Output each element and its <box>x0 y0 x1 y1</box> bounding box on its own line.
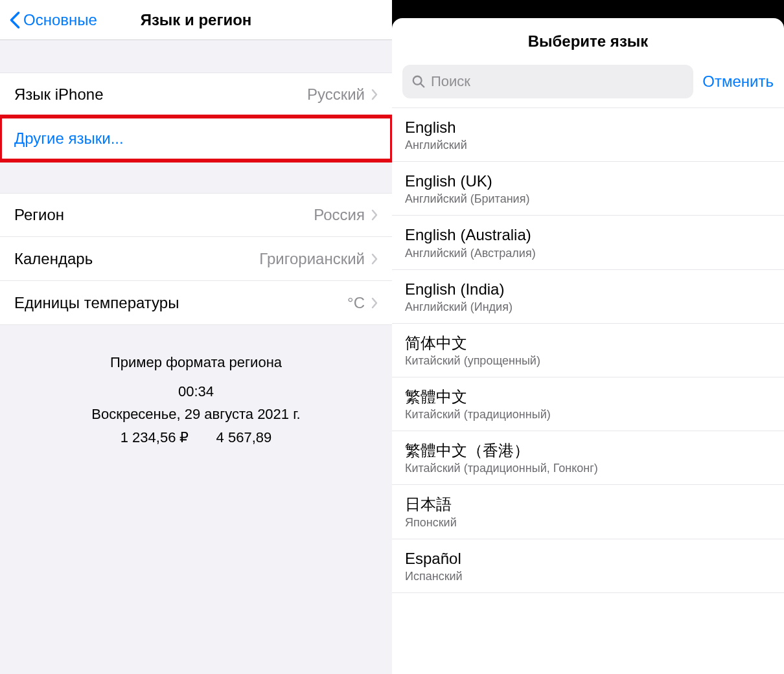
region-section: Регион Россия Календарь Григорианский Ед… <box>0 193 392 325</box>
language-subtitle: Испанский <box>405 570 771 583</box>
language-subtitle: Английский (Австралия) <box>405 247 771 260</box>
row-label: Единицы температуры <box>14 294 179 312</box>
language-sheet: Выберите язык Отменить EnglishАнглийский… <box>392 18 784 674</box>
language-subtitle: Английский (Индия) <box>405 300 771 314</box>
nav-bar: Основные Язык и регион <box>0 0 392 40</box>
page-title: Язык и регион <box>141 11 252 29</box>
row-value: Россия <box>314 206 365 224</box>
language-subtitle: Английский (Британия) <box>405 192 771 206</box>
language-list[interactable]: EnglishАнглийскийEnglish (UK)Английский … <box>392 108 784 674</box>
back-label: Основные <box>23 11 97 29</box>
chevron-left-icon <box>9 11 21 29</box>
search-row: Отменить <box>392 61 784 108</box>
language-subtitle: Китайский (упрощенный) <box>405 354 771 368</box>
svg-line-1 <box>421 84 424 87</box>
chevron-right-icon <box>371 89 378 100</box>
language-subtitle: Английский <box>405 139 771 152</box>
chevron-right-icon <box>371 209 378 221</box>
language-name: English (India) <box>405 279 771 299</box>
language-picker-pane: Выберите язык Отменить EnglishАнглийский… <box>392 0 784 674</box>
row-value: °C <box>347 294 365 312</box>
other-languages-row[interactable]: Другие языки... <box>0 117 392 161</box>
language-subtitle: Китайский (традиционный) <box>405 408 771 421</box>
sheet-header: Выберите язык <box>392 18 784 61</box>
language-row[interactable]: EspañolИспанский <box>392 539 784 593</box>
row-label: Календарь <box>14 250 93 268</box>
status-bar <box>392 0 784 18</box>
language-row[interactable]: 简体中文Китайский (упрощенный) <box>392 324 784 377</box>
example-date: Воскресенье, 29 августа 2021 г. <box>13 403 379 425</box>
example-time: 00:34 <box>13 380 379 403</box>
language-name: 日本語 <box>405 494 771 514</box>
example-currency: 1 234,56 ₽ <box>121 429 189 445</box>
temperature-units-row[interactable]: Единицы температуры °C <box>0 281 392 325</box>
iphone-language-row[interactable]: Язык iPhone Русский <box>0 73 392 117</box>
row-value: Григорианский <box>259 250 365 268</box>
language-name: English (UK) <box>405 171 771 191</box>
language-row[interactable]: EnglishАнглийский <box>392 108 784 162</box>
row-label: Язык iPhone <box>14 85 103 104</box>
example-number: 4 567,89 <box>216 429 272 445</box>
row-value: Русский <box>307 85 365 104</box>
region-row[interactable]: Регион Россия <box>0 193 392 237</box>
language-subtitle: Японский <box>405 516 771 530</box>
region-format-example: Пример формата региона 00:34 Воскресенье… <box>0 325 392 475</box>
language-row[interactable]: English (India)Английский (Индия) <box>392 270 784 324</box>
calendar-row[interactable]: Календарь Григорианский <box>0 237 392 281</box>
language-subtitle: Китайский (традиционный, Гонконг) <box>405 462 771 475</box>
language-name: Español <box>405 548 771 568</box>
language-name: 繁體中文（香港） <box>405 440 771 460</box>
search-field[interactable] <box>402 65 693 98</box>
settings-pane: Основные Язык и регион Язык iPhone Русск… <box>0 0 392 674</box>
sheet-title: Выберите язык <box>398 32 778 51</box>
row-label: Регион <box>14 206 64 224</box>
row-label: Другие языки... <box>14 129 124 148</box>
language-row[interactable]: 繁體中文Китайский (традиционный) <box>392 377 784 431</box>
search-input[interactable] <box>431 73 684 90</box>
language-name: English <box>405 117 771 137</box>
language-name: 简体中文 <box>405 333 771 353</box>
example-numbers: 1 234,56 ₽ 4 567,89 <box>13 426 379 449</box>
language-row[interactable]: 繁體中文（香港）Китайский (традиционный, Гонконг… <box>392 431 784 485</box>
language-name: English (Australia) <box>405 225 771 245</box>
language-section: Язык iPhone Русский Другие языки... <box>0 73 392 161</box>
search-icon <box>411 74 426 89</box>
language-row[interactable]: English (Australia)Английский (Австралия… <box>392 216 784 269</box>
language-name: 繁體中文 <box>405 387 771 407</box>
cancel-button[interactable]: Отменить <box>702 73 774 91</box>
example-heading: Пример формата региона <box>13 351 379 374</box>
language-row[interactable]: English (UK)Английский (Британия) <box>392 162 784 216</box>
chevron-right-icon <box>371 297 378 309</box>
back-button[interactable]: Основные <box>9 11 97 29</box>
language-row[interactable]: 日本語Японский <box>392 485 784 539</box>
chevron-right-icon <box>371 253 378 265</box>
